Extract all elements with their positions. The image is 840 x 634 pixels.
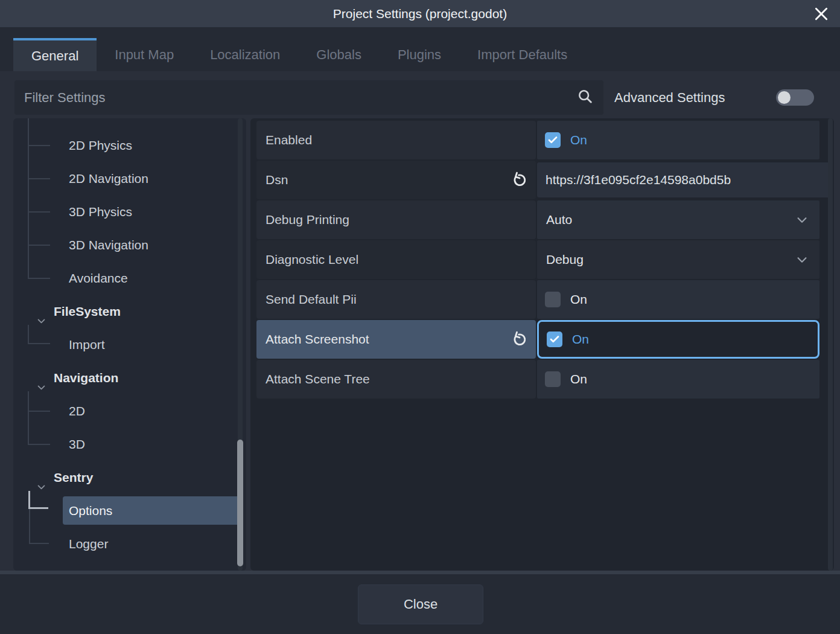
checkbox[interactable]: [545, 292, 561, 307]
tree-line: [29, 543, 49, 544]
checkbox-state-label: On: [572, 332, 589, 347]
tree-line-selected: [28, 491, 30, 509]
tree-line: [28, 118, 29, 279]
tree-item-label: Navigation: [54, 371, 118, 385]
checkbox-state-label: On: [570, 372, 587, 386]
setting-value-cell[interactable]: On: [537, 280, 819, 319]
sidebar-item-3d-physics[interactable]: 3D Physics: [69, 197, 132, 227]
setting-label-cell[interactable]: Attach Screenshot: [256, 320, 536, 359]
sidebar-item-options[interactable]: Options: [69, 496, 112, 526]
checkbox-state-label: On: [570, 292, 587, 307]
tree-item-label: Sentry: [54, 470, 93, 484]
tree-line: [28, 325, 29, 344]
setting-label-cell[interactable]: Dsn: [256, 161, 536, 199]
setting-row-dsn: Dsn https://3f1e095cf2e14598a0bd5b: [250, 161, 819, 199]
sidebar-item-logger[interactable]: Logger: [69, 529, 108, 559]
setting-label: Dsn: [266, 173, 288, 187]
chevron-down-icon[interactable]: [795, 213, 809, 226]
select-value: Auto: [546, 213, 795, 227]
tab-import-defaults[interactable]: Import Defaults: [459, 38, 585, 71]
sidebar-item-2d-navigation[interactable]: 2D Navigation: [69, 164, 148, 194]
tree-item-label: Options: [69, 504, 112, 517]
tab-plugins[interactable]: Plugins: [380, 38, 459, 71]
sidebar-item-3d[interactable]: 3D: [69, 429, 85, 459]
tab-general[interactable]: General: [13, 38, 97, 71]
tab-label: Plugins: [398, 47, 441, 63]
setting-value-cell[interactable]: On: [537, 121, 819, 159]
dsn-value: https://3f1e095cf2e14598a0bd5b: [546, 173, 731, 187]
search-icon: [577, 88, 594, 107]
tree-line: [28, 278, 50, 279]
dsn-text-field[interactable]: https://3f1e095cf2e14598a0bd5b: [537, 162, 833, 197]
tab-label: Import Defaults: [477, 47, 567, 63]
settings-tree: 2D Physics 2D Navigation 3D Physics 3D N…: [13, 118, 246, 571]
close-button[interactable]: Close: [358, 584, 483, 624]
setting-label: Enabled: [266, 133, 312, 147]
sidebar-item-avoidance[interactable]: Avoidance: [69, 263, 128, 293]
checkbox[interactable]: [547, 331, 562, 347]
tab-input-map[interactable]: Input Map: [97, 38, 192, 71]
revert-icon[interactable]: [509, 331, 526, 348]
setting-label-cell[interactable]: Debug Printing: [256, 200, 536, 239]
sidebar-scrollbar-thumb[interactable]: [237, 440, 243, 566]
sidebar-item-2d[interactable]: 2D: [69, 396, 85, 426]
chevron-down-icon[interactable]: [795, 253, 809, 266]
sidebar-item-3d-navigation[interactable]: 3D Navigation: [69, 230, 148, 260]
tab-globals[interactable]: Globals: [298, 38, 380, 71]
sidebar-item-2d-physics[interactable]: 2D Physics: [69, 130, 132, 161]
setting-row-attach-screenshot: Attach Screenshot On: [250, 320, 819, 359]
setting-row-send-default-pii: Send Default Pii On: [250, 280, 819, 319]
tab-bar: GeneralInput MapLocalizationGlobalsPlugi…: [13, 38, 585, 71]
tree-line-selected: [28, 507, 48, 509]
chevron-down-icon: [36, 373, 46, 403]
tree-line: [28, 145, 50, 146]
tree-line: [28, 411, 50, 412]
setting-label-cell[interactable]: Enabled: [256, 121, 536, 159]
tab-label: Localization: [210, 47, 280, 63]
chevron-down-icon: [36, 307, 46, 337]
toggle-knob: [778, 91, 791, 104]
setting-label-cell[interactable]: Attach Scene Tree: [256, 360, 536, 399]
setting-label: Debug Printing: [266, 213, 349, 227]
setting-row-diagnostic-level: Diagnostic Level Debug: [250, 240, 819, 279]
tree-item-label: 2D Physics: [69, 138, 132, 152]
setting-value-cell[interactable]: Auto: [537, 200, 819, 239]
sidebar-item-navigation[interactable]: Navigation: [54, 363, 118, 393]
tree-line: [28, 211, 50, 213]
setting-row-attach-scene-tree: Attach Scene Tree On: [250, 360, 819, 399]
filter-settings-input[interactable]: Filter Settings: [14, 80, 603, 115]
tree-line: [28, 391, 29, 445]
project-settings-dialog: Project Settings (project.godot) General…: [0, 0, 840, 634]
tree-item-label: Logger: [69, 537, 108, 551]
tree-item-label: 3D Physics: [69, 205, 132, 219]
tree-item-label: 2D Navigation: [69, 171, 148, 185]
setting-value-cell[interactable]: On: [537, 360, 819, 399]
sidebar-item-import[interactable]: Import: [69, 330, 105, 360]
tree-line: [28, 245, 50, 246]
tree-item-label: 3D Navigation: [69, 238, 148, 252]
setting-label: Attach Screenshot: [266, 332, 369, 347]
settings-panel: Enabled On Dsn: [250, 118, 834, 571]
sidebar-item-filesystem[interactable]: FileSystem: [54, 296, 121, 327]
advanced-settings-label: Advanced Settings: [614, 80, 725, 115]
setting-value-cell[interactable]: On: [537, 320, 819, 359]
setting-label-cell[interactable]: Send Default Pii: [256, 280, 536, 319]
tab-localization[interactable]: Localization: [192, 38, 298, 71]
window-close-icon[interactable]: [812, 5, 830, 23]
setting-row-enabled: Enabled On: [250, 121, 819, 159]
main-scrollbar-track[interactable]: [828, 118, 833, 571]
revert-icon[interactable]: [509, 171, 526, 188]
checkbox[interactable]: [545, 371, 561, 387]
dialog-title: Project Settings (project.godot): [0, 0, 840, 27]
filter-placeholder: Filter Settings: [24, 90, 577, 106]
tree-line: [29, 509, 30, 544]
tab-label: Input Map: [115, 47, 174, 63]
checkbox[interactable]: [545, 132, 561, 148]
advanced-settings-toggle[interactable]: [776, 89, 814, 106]
setting-label-cell[interactable]: Diagnostic Level: [256, 240, 536, 279]
tab-label: General: [31, 48, 78, 64]
chevron-down-icon: [36, 473, 46, 503]
tree-line: [28, 444, 50, 445]
sidebar-item-sentry[interactable]: Sentry: [54, 463, 93, 493]
setting-value-cell[interactable]: Debug: [537, 240, 819, 279]
